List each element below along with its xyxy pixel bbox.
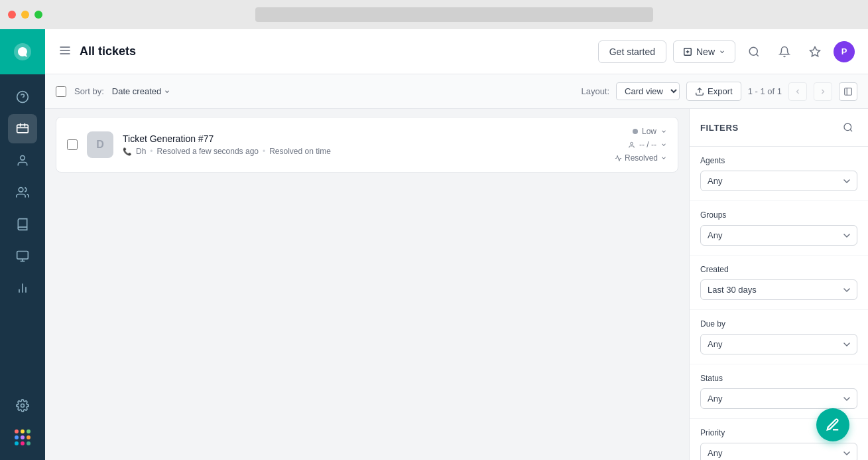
- chevron-down-icon: [660, 141, 667, 148]
- export-button[interactable]: Export: [686, 82, 741, 101]
- svg-point-5: [19, 188, 23, 192]
- fab-button[interactable]: [816, 408, 849, 441]
- export-label: Export: [708, 86, 733, 96]
- sort-select[interactable]: Date created: [112, 86, 170, 96]
- svg-rect-22: [845, 88, 852, 95]
- sidebar-item-apps[interactable]: [8, 423, 37, 452]
- new-button[interactable]: New: [673, 40, 735, 63]
- ai-button[interactable]: [803, 40, 827, 64]
- main-content: All tickets Get started New: [45, 29, 868, 460]
- due-by-select[interactable]: Any: [700, 334, 857, 354]
- body-area: D Ticket Generation #77 📞 Dh • Resolved …: [45, 109, 868, 460]
- prev-page-button[interactable]: [788, 82, 807, 101]
- ticket-time: Resolved a few seconds ago: [157, 147, 259, 156]
- notifications-button[interactable]: [773, 40, 796, 64]
- ticket-group: D Ticket Generation #77 📞 Dh • Resolved …: [56, 117, 678, 173]
- priority-label: Low: [642, 127, 656, 136]
- maximize-button[interactable]: [34, 11, 42, 19]
- sidebar-item-analytics[interactable]: [8, 273, 37, 303]
- menu-icon[interactable]: [58, 44, 72, 60]
- minimize-button[interactable]: [21, 11, 29, 19]
- filter-search-button[interactable]: [839, 118, 857, 137]
- due-by-label: Due by: [700, 319, 857, 329]
- header-actions: Get started New P: [598, 40, 855, 64]
- svg-point-12: [21, 404, 25, 408]
- person-icon: [628, 141, 635, 149]
- status-select[interactable]: Any Open Pending Resolved Closed: [700, 388, 857, 409]
- assignee-badge: -- / --: [628, 140, 667, 149]
- sidebar-item-tickets[interactable]: [8, 114, 37, 143]
- sidebar: [0, 29, 45, 460]
- status-label: Resolved: [625, 153, 658, 163]
- sidebar-item-knowledge[interactable]: [8, 210, 37, 239]
- svg-point-19: [749, 47, 757, 55]
- sidebar-item-settings[interactable]: [8, 391, 37, 420]
- sidebar-nav: [8, 74, 37, 383]
- filter-groups: Groups Any: [690, 201, 868, 256]
- toolbar-right: Layout: Card view Export 1 - 1 of 1: [581, 82, 857, 101]
- sidebar-item-reports[interactable]: [8, 242, 37, 271]
- toolbar: Sort by: Date created Layout: Card view …: [45, 74, 868, 109]
- pagination-info: 1 - 1 of 1: [748, 86, 782, 96]
- collapse-filters-button[interactable]: [839, 82, 857, 101]
- select-all-checkbox[interactable]: [56, 86, 66, 97]
- sidebar-logo[interactable]: [0, 29, 45, 74]
- new-button-label: New: [696, 46, 715, 57]
- page-title: All tickets: [80, 44, 590, 58]
- svg-point-24: [631, 142, 633, 145]
- agents-label: Agents: [700, 156, 857, 165]
- ticket-number-label: Ticket Generation #77: [123, 133, 214, 144]
- status-icon: [615, 155, 622, 162]
- user-avatar[interactable]: P: [834, 41, 855, 62]
- ticket-on-time: Resolved on time: [269, 147, 331, 156]
- ticket-agent: Dh: [136, 147, 146, 156]
- ticket-badges: Low -- / -- Resolved: [615, 127, 667, 163]
- chevron-down-icon: [660, 128, 667, 135]
- filter-created: Created Any Today Yesterday Last 7 days …: [690, 256, 868, 310]
- filters-header: FILTERS: [690, 109, 868, 147]
- sidebar-item-groups[interactable]: [8, 178, 37, 207]
- avatar: D: [87, 131, 113, 158]
- groups-select[interactable]: Any: [700, 225, 857, 246]
- svg-point-4: [21, 156, 25, 161]
- filter-agents: Agents Any: [690, 147, 868, 201]
- app-layout: All tickets Get started New: [0, 29, 868, 460]
- separator: •: [150, 147, 153, 156]
- layout-label: Layout:: [581, 86, 609, 96]
- separator: •: [263, 147, 265, 156]
- chevron-down-icon: [660, 155, 667, 161]
- url-bar[interactable]: [255, 7, 653, 22]
- ticket-meta: 📞 Dh • Resolved a few seconds ago • Reso…: [123, 147, 605, 156]
- apps-grid-icon: [8, 423, 37, 452]
- created-select[interactable]: Any Today Yesterday Last 7 days Last 30 …: [700, 279, 857, 300]
- sidebar-bottom: [8, 383, 37, 460]
- priority-select[interactable]: Any Low Medium High Urgent: [700, 443, 857, 460]
- priority-dot: [633, 129, 638, 134]
- titlebar: [0, 0, 868, 29]
- table-row[interactable]: D Ticket Generation #77 📞 Dh • Resolved …: [56, 117, 678, 172]
- status-badge: Resolved: [615, 153, 667, 163]
- filters-panel: FILTERS Agents Any Groups Any: [689, 109, 868, 460]
- layout-select[interactable]: Card view: [616, 82, 680, 100]
- status-label: Status: [700, 374, 857, 383]
- svg-rect-6: [17, 252, 29, 260]
- filter-due-by: Due by Any: [690, 310, 868, 364]
- created-label: Created: [700, 265, 857, 274]
- sidebar-item-contacts[interactable]: [8, 146, 37, 175]
- ticket-checkbox[interactable]: [67, 139, 78, 150]
- get-started-button[interactable]: Get started: [598, 40, 666, 63]
- assignee-label: -- / --: [639, 140, 656, 149]
- search-button[interactable]: [742, 40, 766, 64]
- svg-rect-3: [17, 125, 29, 133]
- next-page-button[interactable]: [814, 82, 832, 101]
- agents-select[interactable]: Any: [700, 171, 857, 191]
- phone-icon: 📞: [123, 147, 132, 156]
- priority-badge: Low: [633, 127, 667, 136]
- filters-title: FILTERS: [700, 123, 739, 133]
- close-button[interactable]: [8, 11, 16, 19]
- ticket-title: Ticket Generation #77: [123, 133, 605, 144]
- groups-label: Groups: [700, 210, 857, 220]
- svg-marker-20: [810, 46, 820, 56]
- sort-by-label: Sort by:: [74, 86, 104, 96]
- sidebar-item-help[interactable]: [8, 82, 37, 112]
